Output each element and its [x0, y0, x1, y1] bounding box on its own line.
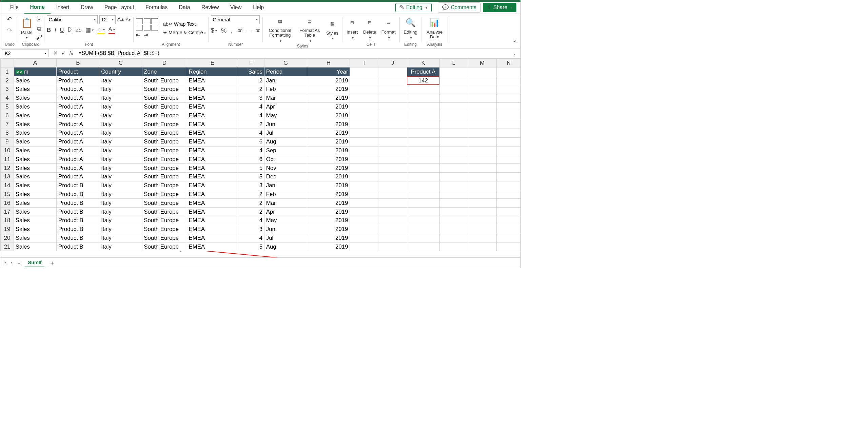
cell-B4[interactable]: Product A: [57, 94, 99, 102]
cell-C20[interactable]: Italy: [99, 234, 142, 242]
cell-C7[interactable]: Italy: [99, 120, 142, 129]
cell-J17[interactable]: [378, 208, 407, 216]
cell-N4[interactable]: [496, 94, 520, 102]
cell-N16[interactable]: [496, 199, 520, 208]
merge-center-button[interactable]: ⬌ Merge & Centre: [163, 30, 206, 35]
cell-E15[interactable]: EMEA: [187, 190, 238, 199]
cell-M16[interactable]: [468, 199, 496, 208]
cell-J13[interactable]: [378, 172, 407, 181]
cell-E18[interactable]: EMEA: [187, 216, 238, 225]
cell-L12[interactable]: [439, 164, 468, 173]
cell-L4[interactable]: [439, 94, 468, 102]
cell-B11[interactable]: Product A: [57, 155, 99, 164]
wrap-text-button[interactable]: ab↵ Wrap Text: [163, 21, 206, 27]
cell-K18[interactable]: [407, 216, 439, 225]
cell-L16[interactable]: [439, 199, 468, 208]
undo-icon[interactable]: ↶: [7, 15, 13, 23]
cell-I4[interactable]: [350, 94, 378, 102]
cell-N12[interactable]: [496, 164, 520, 173]
cell-D4[interactable]: South Europe: [142, 94, 187, 102]
cell-I13[interactable]: [350, 172, 378, 181]
cell-N9[interactable]: [496, 137, 520, 146]
percent-icon[interactable]: %: [221, 26, 226, 35]
column-header-A[interactable]: A: [14, 59, 57, 67]
cell-L20[interactable]: [439, 234, 468, 242]
cell-G14[interactable]: Jan: [264, 181, 307, 190]
cell-D10[interactable]: South Europe: [142, 146, 187, 155]
cell-H1[interactable]: Year: [307, 67, 350, 76]
row-header-20[interactable]: 20: [1, 234, 14, 242]
cell-I7[interactable]: [350, 120, 378, 129]
row-header-16[interactable]: 16: [1, 199, 14, 208]
cell-A7[interactable]: Sales: [14, 120, 57, 129]
cell-B6[interactable]: Product A: [57, 111, 99, 120]
cell-F7[interactable]: 2: [238, 120, 264, 129]
cell-B3[interactable]: Product A: [57, 85, 99, 94]
column-header-L[interactable]: L: [439, 59, 468, 67]
tab-review[interactable]: Review: [196, 1, 225, 14]
cell-J15[interactable]: [378, 190, 407, 199]
cell-I6[interactable]: [350, 111, 378, 120]
cell-K12[interactable]: [407, 164, 439, 173]
cell-F18[interactable]: 4: [238, 216, 264, 225]
cell-F9[interactable]: 6: [238, 137, 264, 146]
expand-formula-icon[interactable]: ⌄: [509, 51, 520, 56]
spreadsheet-grid[interactable]: ABCDEFGHIJKLMN 1MMmProductCountryZoneReg…: [0, 59, 520, 257]
cell-N15[interactable]: [496, 190, 520, 199]
cell-H20[interactable]: 2019: [307, 234, 350, 242]
tab-insert[interactable]: Insert: [51, 1, 75, 14]
cell-N13[interactable]: [496, 172, 520, 181]
conditional-formatting-button[interactable]: ▦Conditional Formatting: [265, 15, 295, 43]
row-header-6[interactable]: 6: [1, 111, 14, 120]
cell-E16[interactable]: EMEA: [187, 199, 238, 208]
cell-M17[interactable]: [468, 208, 496, 216]
redo-icon[interactable]: ↷: [7, 26, 13, 35]
cell-I12[interactable]: [350, 164, 378, 173]
fill-color-icon[interactable]: ◇: [97, 26, 105, 34]
cell-styles-button[interactable]: ▧Styles: [324, 18, 340, 40]
cell-D9[interactable]: South Europe: [142, 137, 187, 146]
increase-indent-icon[interactable]: ⇥: [143, 32, 148, 38]
cell-I17[interactable]: [350, 208, 378, 216]
cell-C6[interactable]: Italy: [99, 111, 142, 120]
cell-H14[interactable]: 2019: [307, 181, 350, 190]
cell-D7[interactable]: South Europe: [142, 120, 187, 129]
cell-D6[interactable]: South Europe: [142, 111, 187, 120]
cell-H6[interactable]: 2019: [307, 111, 350, 120]
sheet-prev-icon[interactable]: ‹: [4, 260, 6, 266]
cell-E5[interactable]: EMEA: [187, 102, 238, 111]
cell-E21[interactable]: EMEA: [187, 242, 238, 251]
cell-A1[interactable]: MMm: [14, 67, 57, 76]
copy-icon[interactable]: ⧉: [36, 25, 42, 32]
cell-F21[interactable]: 5: [238, 242, 264, 251]
cell-G19[interactable]: Jun: [264, 225, 307, 234]
cell-B7[interactable]: Product A: [57, 120, 99, 129]
cell-H12[interactable]: 2019: [307, 164, 350, 173]
cell-B17[interactable]: Product B: [57, 208, 99, 216]
cell-L3[interactable]: [439, 85, 468, 94]
name-box[interactable]: K2 ▾: [2, 49, 49, 57]
cell-G4[interactable]: Mar: [264, 94, 307, 102]
row-header-17[interactable]: 17: [1, 208, 14, 216]
add-sheet-icon[interactable]: ＋: [49, 259, 55, 267]
strikethrough-icon[interactable]: ab: [75, 26, 82, 34]
cell-J1[interactable]: [378, 67, 407, 76]
cell-G12[interactable]: Nov: [264, 164, 307, 173]
cell-A19[interactable]: Sales: [14, 225, 57, 234]
cell-M11[interactable]: [468, 155, 496, 164]
cell-K6[interactable]: [407, 111, 439, 120]
cell-M12[interactable]: [468, 164, 496, 173]
font-name-select[interactable]: Calibri: [47, 15, 98, 24]
cell-K21[interactable]: [407, 242, 439, 251]
cell-G2[interactable]: Jan: [264, 76, 307, 85]
cell-A3[interactable]: Sales: [14, 85, 57, 94]
row-header-14[interactable]: 14: [1, 181, 14, 190]
cell-J3[interactable]: [378, 85, 407, 94]
cell-A18[interactable]: Sales: [14, 216, 57, 225]
cell-C19[interactable]: Italy: [99, 225, 142, 234]
cell-M19[interactable]: [468, 225, 496, 234]
cell-E4[interactable]: EMEA: [187, 94, 238, 102]
cell-K7[interactable]: [407, 120, 439, 129]
cell-J8[interactable]: [378, 129, 407, 137]
cell-L9[interactable]: [439, 137, 468, 146]
